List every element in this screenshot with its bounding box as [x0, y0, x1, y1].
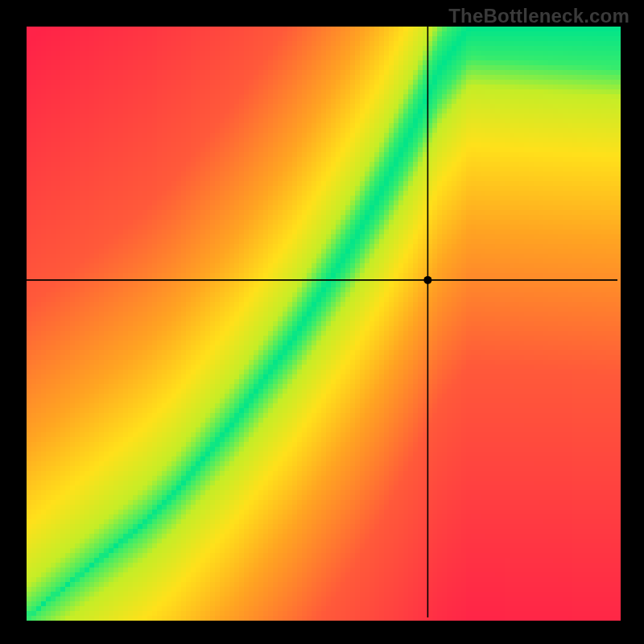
watermark-text: TheBottleneck.com	[448, 5, 630, 27]
heatmap-canvas	[0, 0, 644, 644]
chart-container: TheBottleneck.com	[0, 0, 644, 644]
